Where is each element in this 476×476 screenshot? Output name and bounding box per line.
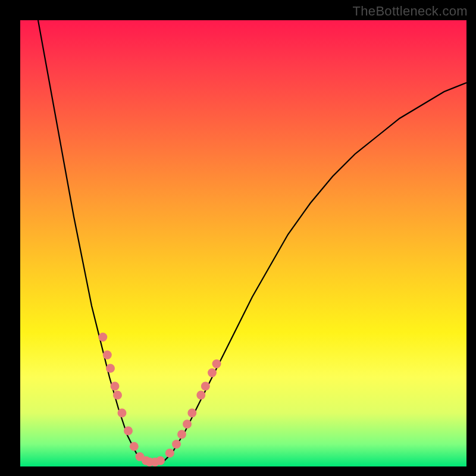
data-marker	[177, 430, 186, 439]
data-marker	[212, 359, 221, 368]
data-marker	[208, 368, 217, 377]
data-marker	[151, 458, 159, 466]
data-marker	[118, 409, 127, 418]
watermark-text: TheBottleneck.com	[353, 4, 468, 19]
curve-layer	[20, 20, 466, 466]
data-marker	[196, 391, 205, 400]
data-marker	[172, 440, 181, 449]
data-marker	[183, 419, 192, 428]
plot-area	[20, 20, 466, 466]
markers-right-group	[165, 359, 221, 458]
data-marker	[111, 382, 120, 391]
data-marker	[130, 442, 139, 451]
data-marker	[98, 333, 107, 342]
data-marker	[201, 382, 210, 391]
data-marker	[124, 427, 133, 436]
data-marker	[165, 449, 174, 458]
data-marker	[136, 452, 145, 461]
markers-left-group	[98, 333, 165, 466]
bottleneck-curve	[38, 20, 466, 464]
data-marker	[145, 458, 154, 466]
data-marker	[103, 350, 112, 359]
data-marker	[187, 409, 196, 418]
data-marker	[106, 364, 115, 373]
data-marker	[142, 456, 151, 465]
data-marker	[156, 456, 165, 465]
data-marker	[113, 391, 122, 400]
chart-frame: TheBottleneck.com	[0, 0, 476, 476]
